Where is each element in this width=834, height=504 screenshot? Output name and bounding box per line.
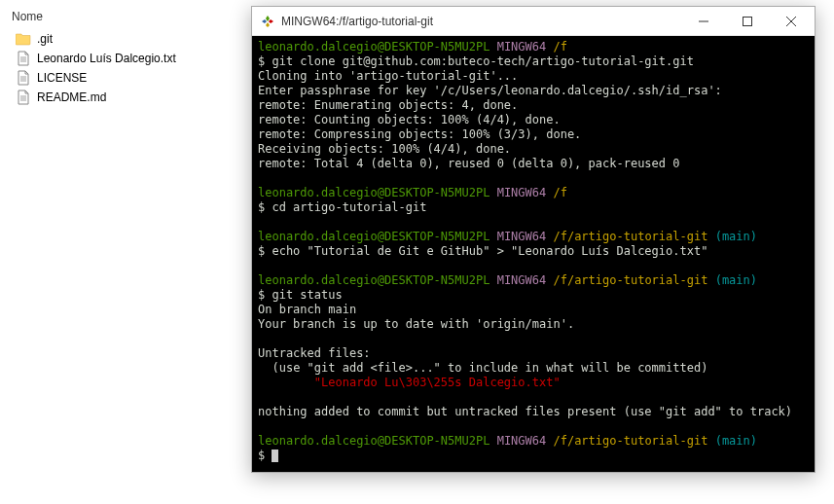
- close-button[interactable]: [769, 7, 813, 35]
- prompt-branch: (main): [715, 273, 757, 287]
- prompt-branch: (main): [715, 434, 757, 448]
- prompt-path: /f: [553, 40, 566, 54]
- terminal-line: (use "git add <file>..." to include in w…: [258, 361, 809, 376]
- file-explorer-panel: Nome .git Leonardo Luís Dalcegio.txt LIC…: [0, 0, 253, 113]
- terminal-line: Receiving objects: 100% (4/4), done.: [258, 142, 809, 157]
- prompt-env: MINGW64: [497, 230, 547, 243]
- text-file-icon: [16, 70, 31, 86]
- file-name: .git: [37, 32, 53, 46]
- prompt-env: MINGW64: [497, 273, 547, 287]
- prompt-user: leonardo.dalcegio@DESKTOP-N5MU2PL: [258, 230, 490, 243]
- file-row[interactable]: LICENSE: [12, 68, 241, 88]
- text-file-icon: [16, 90, 31, 105]
- maximize-button[interactable]: [725, 7, 769, 35]
- terminal-command: $ git clone git@github.com:buteco-tech/a…: [258, 54, 809, 69]
- titlebar[interactable]: MINGW64:/f/artigo-tutorial-git: [252, 7, 815, 36]
- terminal-line: remote: Enumerating objects: 4, done.: [258, 98, 809, 113]
- prompt-env: MINGW64: [497, 40, 547, 54]
- svg-marker-1: [266, 16, 270, 21]
- folder-icon: [16, 31, 31, 47]
- terminal-command: $: [258, 449, 272, 462]
- file-name: Leonardo Luís Dalcegio.txt: [37, 52, 176, 65]
- prompt-path: /f: [553, 186, 566, 199]
- prompt-env: MINGW64: [497, 186, 547, 199]
- prompt-path: /f/artigo-tutorial-git: [553, 434, 707, 448]
- folder-row[interactable]: .git: [12, 29, 241, 49]
- terminal-output[interactable]: leonardo.dalcegio@DESKTOP-N5MU2PL MINGW6…: [252, 36, 815, 472]
- file-name: README.md: [37, 90, 106, 104]
- terminal-line: Untracked files:: [258, 346, 809, 361]
- terminal-line: Cloning into 'artigo-tutorial-git'...: [258, 69, 809, 84]
- prompt-user: leonardo.dalcegio@DESKTOP-N5MU2PL: [258, 273, 490, 287]
- terminal-window: MINGW64:/f/artigo-tutorial-git leonardo.…: [251, 6, 816, 473]
- terminal-line: Your branch is up to date with 'origin/m…: [258, 317, 809, 332]
- prompt-user: leonardo.dalcegio@DESKTOP-N5MU2PL: [258, 186, 490, 199]
- terminal-cursor: [272, 450, 278, 462]
- svg-marker-4: [262, 19, 267, 23]
- prompt-user: leonardo.dalcegio@DESKTOP-N5MU2PL: [258, 434, 490, 448]
- prompt-path: /f/artigo-tutorial-git: [553, 273, 707, 287]
- terminal-line: remote: Total 4 (delta 0), reused 0 (del…: [258, 157, 809, 171]
- app-icon: [260, 14, 275, 29]
- prompt-env: MINGW64: [497, 434, 547, 448]
- untracked-file: "Leonardo Lu\303\255s Dalcegio.txt": [314, 376, 561, 389]
- svg-marker-3: [266, 22, 270, 27]
- window-title: MINGW64:/f/artigo-tutorial-git: [281, 15, 681, 28]
- terminal-command: $ echo "Tutorial de Git e GitHub" > "Leo…: [258, 244, 809, 259]
- minimize-button[interactable]: [681, 7, 725, 35]
- file-row[interactable]: README.md: [12, 88, 241, 107]
- file-name: LICENSE: [37, 71, 87, 85]
- svg-rect-6: [743, 17, 751, 25]
- prompt-path: /f/artigo-tutorial-git: [553, 230, 707, 243]
- svg-marker-2: [269, 19, 273, 23]
- terminal-command: $ git status: [258, 288, 809, 303]
- prompt-branch: (main): [715, 230, 757, 243]
- file-row[interactable]: Leonardo Luís Dalcegio.txt: [12, 49, 241, 68]
- terminal-line: remote: Compressing objects: 100% (3/3),…: [258, 127, 809, 142]
- terminal-line: Enter passphrase for key '/c/Users/leona…: [258, 84, 809, 98]
- terminal-command: $ cd artigo-tutorial-git: [258, 200, 809, 215]
- column-header-name[interactable]: Nome: [12, 6, 241, 29]
- terminal-line: [258, 376, 314, 389]
- text-file-icon: [16, 51, 31, 66]
- terminal-line: On branch main: [258, 303, 809, 317]
- prompt-user: leonardo.dalcegio@DESKTOP-N5MU2PL: [258, 40, 490, 54]
- terminal-line: remote: Counting objects: 100% (4/4), do…: [258, 113, 809, 127]
- terminal-line: nothing added to commit but untracked fi…: [258, 405, 809, 419]
